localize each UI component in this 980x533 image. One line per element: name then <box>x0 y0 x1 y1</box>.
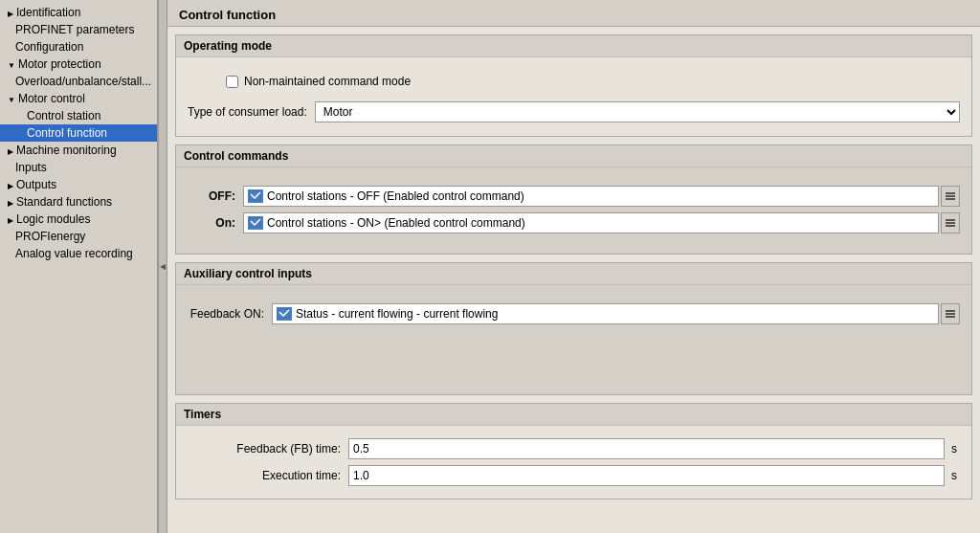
feedback-on-label: Feedback ON: <box>188 307 264 321</box>
feedback-on-value: Status - current flowing - current flowi… <box>296 307 498 321</box>
on-command-row: On: Control stations - ON> (Enabled cont… <box>188 210 960 236</box>
svg-rect-5 <box>946 219 955 221</box>
timers-title: Timers <box>176 404 971 426</box>
off-label: OFF: <box>188 189 235 203</box>
feedback-time-input[interactable] <box>348 438 945 459</box>
timers-content: Feedback (FB) time: s Execution time: s <box>176 426 971 499</box>
execution-time-unit: s <box>948 469 960 482</box>
svg-rect-11 <box>946 316 955 318</box>
consumer-load-label: Type of consumer load: <box>188 105 307 119</box>
feedback-time-label: Feedback (FB) time: <box>188 442 341 455</box>
sidebar-item-profinet-parameters[interactable]: PROFINET parameters <box>0 21 157 38</box>
execution-time-input[interactable] <box>348 465 945 486</box>
execution-time-wrapper: s <box>348 465 960 486</box>
svg-rect-6 <box>946 222 955 224</box>
sidebar-item-motor-control[interactable]: Motor control <box>0 90 157 107</box>
off-value-text: Control stations - OFF (Enabled control … <box>267 189 524 203</box>
feedback-on-field: Status - current flowing - current flowi… <box>272 303 960 324</box>
operating-mode-title: Operating mode <box>176 35 971 57</box>
sidebar-item-machine-monitoring[interactable]: Machine monitoring <box>0 142 157 159</box>
svg-rect-7 <box>946 225 955 227</box>
control-commands-section: Control commands OFF: Control stations -… <box>175 144 972 255</box>
off-command-icon <box>248 189 263 203</box>
execution-time-label: Execution time: <box>188 469 341 482</box>
off-browse-button[interactable] <box>941 186 960 207</box>
control-commands-title: Control commands <box>176 145 971 167</box>
auxiliary-inputs-title: Auxiliary control inputs <box>176 263 971 285</box>
page-title: Control function <box>167 0 980 27</box>
sidebar-item-inputs[interactable]: Inputs <box>0 159 157 176</box>
consumer-load-select[interactable]: Motor Valve Other <box>315 101 960 122</box>
sidebar-item-control-function[interactable]: Control function <box>0 124 157 142</box>
feedback-time-unit: s <box>948 442 960 455</box>
feedback-on-icon <box>277 307 292 321</box>
auxiliary-inputs-area: Feedback ON: Status - current flowing - … <box>176 285 971 394</box>
feedback-on-row: Feedback ON: Status - current flowing - … <box>188 300 960 327</box>
sidebar-item-profienergy[interactable]: PROFIenergy <box>0 228 157 245</box>
svg-rect-1 <box>946 192 955 194</box>
non-maintained-row: Non-maintained command mode <box>188 67 960 96</box>
main-content: Control function Operating mode Non-main… <box>167 0 980 533</box>
timers-section: Timers Feedback (FB) time: s Execution t… <box>175 403 972 500</box>
sidebar: IdentificationPROFINET parametersConfigu… <box>0 0 158 533</box>
commands-area: OFF: Control stations - OFF (Enabled con… <box>176 167 971 254</box>
sidebar-item-logic-modules[interactable]: Logic modules <box>0 211 157 228</box>
on-browse-button[interactable] <box>941 212 960 233</box>
off-command-row: OFF: Control stations - OFF (Enabled con… <box>188 183 960 210</box>
non-maintained-label: Non-maintained command mode <box>244 75 411 88</box>
off-input: Control stations - OFF (Enabled control … <box>243 186 939 207</box>
consumer-select-wrap: Motor Valve Other <box>315 101 960 122</box>
svg-rect-3 <box>946 198 955 200</box>
sidebar-item-standard-functions[interactable]: Standard functions <box>0 193 157 211</box>
sidebar-item-motor-protection[interactable]: Motor protection <box>0 56 157 73</box>
non-maintained-checkbox[interactable] <box>226 76 238 88</box>
sidebar-item-outputs[interactable]: Outputs <box>0 176 157 193</box>
feedback-time-wrapper: s <box>348 438 960 459</box>
svg-rect-10 <box>946 313 955 315</box>
feedback-on-browse-button[interactable] <box>941 303 960 324</box>
consumer-load-row: Type of consumer load: Motor Valve Other <box>188 96 960 126</box>
sidebar-item-overload[interactable]: Overload/unbalance/stall... <box>0 73 157 90</box>
on-field: Control stations - ON> (Enabled control … <box>243 212 960 233</box>
sidebar-item-control-station[interactable]: Control station <box>0 107 157 124</box>
sidebar-item-identification[interactable]: Identification <box>0 4 157 21</box>
svg-rect-2 <box>946 195 955 197</box>
execution-time-row: Execution time: s <box>188 462 960 489</box>
on-command-icon <box>248 216 263 230</box>
collapse-handle[interactable] <box>158 0 167 533</box>
on-input: Control stations - ON> (Enabled control … <box>243 212 939 233</box>
feedback-time-row: Feedback (FB) time: s <box>188 435 960 462</box>
feedback-on-input: Status - current flowing - current flowi… <box>272 303 939 324</box>
auxiliary-inputs-section: Auxiliary control inputs Feedback ON: St… <box>175 262 972 395</box>
on-value-text: Control stations - ON> (Enabled control … <box>267 216 525 230</box>
off-field: Control stations - OFF (Enabled control … <box>243 186 960 207</box>
svg-rect-9 <box>946 310 955 312</box>
operating-mode-section: Operating mode Non-maintained command mo… <box>175 34 972 137</box>
sidebar-item-configuration[interactable]: Configuration <box>0 38 157 56</box>
sidebar-item-analog-value[interactable]: Analog value recording <box>0 245 157 262</box>
on-label: On: <box>188 216 235 230</box>
